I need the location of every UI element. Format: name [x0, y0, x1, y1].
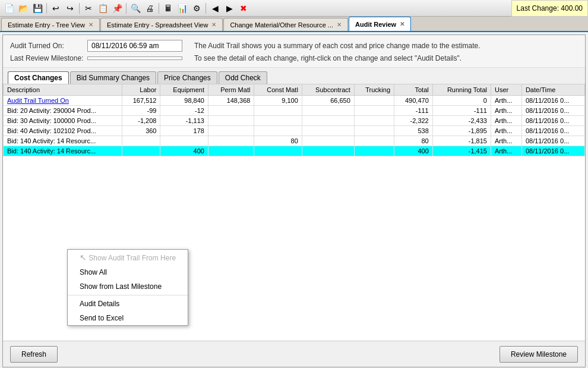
review-milestone-button[interactable]: Review Milestone	[500, 346, 578, 363]
header-desc-2: To see the detail of each change, right-…	[194, 54, 461, 62]
context-menu: ↖ Show Audit Trail From HereShow AllShow…	[67, 249, 188, 326]
last-change-label: Last Change: 400.00	[511, 0, 588, 17]
toolbar-redo-icon[interactable]: ↪	[64, 2, 77, 15]
toolbar-print-icon[interactable]: 🖨	[143, 2, 156, 15]
col-header-datetime: Date/Time	[521, 84, 584, 96]
audit-table: Description Labor Equipment Perm Matl Co…	[3, 84, 585, 156]
col-header-total: Total	[394, 84, 433, 96]
toolbar-search-icon[interactable]: 🔍	[129, 2, 142, 15]
col-header-perm-matl: Perm Matl	[208, 84, 254, 96]
col-header-subcontract: Subcontract	[302, 84, 354, 96]
toolbar-open-icon[interactable]: 📂	[17, 2, 30, 15]
toolbar-cut-icon[interactable]: ✂	[82, 2, 95, 15]
tabs-bar: Estimate Entry - Tree View ✕ Estimate En…	[0, 17, 588, 32]
toolbar-chart-icon[interactable]: 📊	[176, 2, 189, 15]
sub-tab-odd-check[interactable]: Odd Check	[219, 71, 267, 84]
table-container: Description Labor Equipment Perm Matl Co…	[3, 84, 585, 341]
toolbar-sep-2	[79, 3, 80, 14]
tab-estimate-tree[interactable]: Estimate Entry - Tree View ✕	[1, 18, 100, 31]
bottom-bar: Refresh Review Milestone	[3, 341, 585, 367]
col-header-equipment: Equipment	[160, 84, 208, 96]
context-menu-item-4[interactable]: Send to Excel	[68, 311, 188, 325]
toolbar-save-icon[interactable]: 💾	[31, 2, 44, 15]
toolbar-arrow-left-icon[interactable]: ◀	[208, 2, 222, 15]
toolbar-paste-icon[interactable]: 📌	[110, 2, 124, 15]
table-row[interactable]: Bid: 20 Activity: 290004 Prod...-99-12-1…	[4, 106, 585, 116]
toolbar-settings-icon[interactable]: ⚙	[190, 2, 203, 15]
toolbar-sep-1	[46, 3, 47, 14]
toolbar-copy-icon[interactable]: 📋	[96, 2, 109, 15]
tab-estimate-spreadsheet[interactable]: Estimate Entry - Spreadsheet View ✕	[100, 18, 223, 31]
toolbar-sep-4	[159, 3, 159, 14]
tab-audit-review[interactable]: Audit Review ✕	[349, 17, 411, 31]
tab-estimate-spreadsheet-close[interactable]: ✕	[211, 21, 216, 28]
context-menu-sep	[68, 295, 188, 295]
table-row[interactable]: Bid: 140 Activity: 14 Resourc...8080-1,8…	[4, 136, 585, 146]
context-menu-item-3[interactable]: Audit Details	[68, 297, 188, 311]
main-window: Audit Turned On: 08/11/2016 06:59 am The…	[2, 34, 586, 367]
col-header-user: User	[491, 84, 521, 96]
context-menu-item-2[interactable]: Show from Last Milestone	[68, 279, 188, 294]
context-menu-item-1[interactable]: Show All	[68, 265, 188, 279]
refresh-button[interactable]: Refresh	[10, 346, 58, 363]
last-review-label: Last Review Milestone:	[10, 54, 87, 62]
sub-tab-cost-changes[interactable]: Cost Changes	[8, 71, 69, 84]
toolbar-sep-3	[126, 3, 127, 14]
toolbar-stop-icon[interactable]: ✖	[237, 2, 250, 15]
tab-audit-review-close[interactable]: ✕	[400, 21, 404, 27]
col-header-labor: Labor	[122, 84, 160, 96]
tab-estimate-spreadsheet-label: Estimate Entry - Spreadsheet View	[107, 21, 208, 29]
table-row[interactable]: Bid: 30 Activity: 100000 Prod...-1,208-1…	[4, 116, 585, 126]
table-row[interactable]: Bid: 140 Activity: 14 Resourc...400400-1…	[4, 146, 585, 156]
toolbar-new-icon[interactable]: 📄	[2, 2, 15, 15]
tab-change-material-label: Change Material/Other Resource ...	[230, 21, 333, 29]
audit-turned-on-value: 08/11/2016 06:59 am	[87, 40, 182, 52]
toolbar: 📄 📂 💾 ↩ ↪ ✂ 📋 📌 🔍 🖨 🖩 📊 ⚙ ◀ ▶ ✖	[0, 0, 588, 17]
header-desc-1: The Audit Trail shows you a summary of e…	[194, 42, 480, 50]
tab-estimate-tree-label: Estimate Entry - Tree View	[8, 21, 85, 29]
toolbar-arrow-right-icon[interactable]: ▶	[223, 2, 236, 15]
sub-tab-price-changes[interactable]: Price Changes	[157, 71, 217, 84]
last-review-value	[87, 56, 182, 60]
sub-tabs: Cost Changes Bid Summary Changes Price C…	[3, 68, 585, 84]
col-header-trucking: Trucking	[354, 84, 394, 96]
toolbar-undo-icon[interactable]: ↩	[49, 2, 62, 15]
tab-estimate-tree-close[interactable]: ✕	[88, 21, 93, 28]
tab-change-material-close[interactable]: ✕	[337, 21, 342, 28]
table-row[interactable]: Audit Trail Turned On167,51298,840148,36…	[4, 96, 585, 106]
sub-tab-bid-summary[interactable]: Bid Summary Changes	[70, 71, 156, 84]
header-section: Audit Turned On: 08/11/2016 06:59 am The…	[3, 35, 585, 68]
tab-change-material[interactable]: Change Material/Other Resource ... ✕	[223, 18, 348, 31]
col-header-running-total: Running Total	[432, 84, 491, 96]
tab-audit-review-label: Audit Review	[355, 21, 396, 28]
col-header-description: Description	[4, 84, 122, 96]
toolbar-sep-5	[206, 3, 206, 14]
toolbar-calc-icon[interactable]: 🖩	[162, 2, 175, 15]
table-row[interactable]: Bid: 40 Activity: 102102 Prod...36017853…	[4, 126, 585, 136]
col-header-const-matl: Const Matl	[254, 84, 302, 96]
context-menu-item-0: ↖ Show Audit Trail From Here	[68, 250, 188, 265]
audit-turned-on-label: Audit Turned On:	[10, 42, 87, 50]
